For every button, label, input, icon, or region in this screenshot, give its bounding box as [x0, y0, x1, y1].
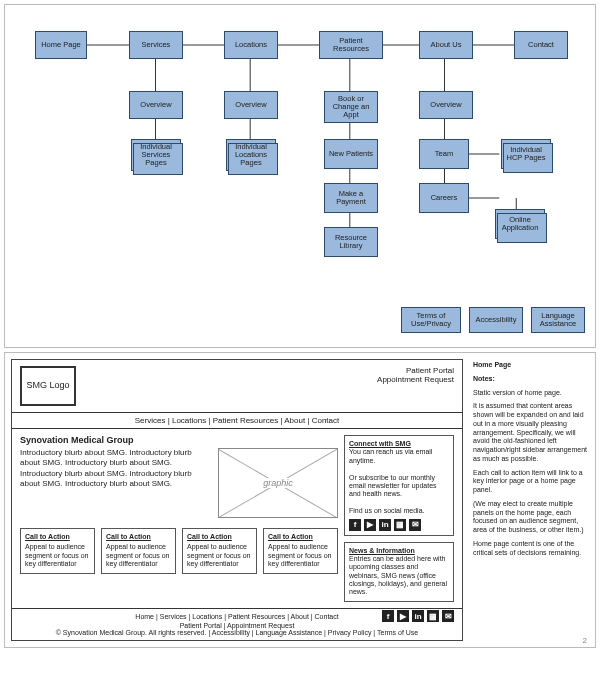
- footer-twitter-icon[interactable]: ▶: [397, 610, 409, 622]
- facebook-icon[interactable]: f: [349, 519, 361, 531]
- nav-services[interactable]: Services: [135, 416, 166, 425]
- footer-line3: © Synovation Medical Group. All rights r…: [20, 629, 454, 636]
- nav-locations[interactable]: Locations: [168, 416, 207, 425]
- node-careers[interactable]: Careers: [419, 183, 469, 213]
- footer-line2: Patient Portal | Appointment Request: [20, 622, 454, 629]
- node-accessibility[interactable]: Accessibility: [469, 307, 523, 333]
- linkedin-icon[interactable]: in: [379, 519, 391, 531]
- news-panel: News & Information Entries can be added …: [344, 542, 454, 602]
- footer-linkedin-icon[interactable]: in: [412, 610, 424, 622]
- sitemap-diagram: Home Page Services Locations Patient Res…: [11, 11, 589, 341]
- node-book-appt[interactable]: Book or Change an Appt: [324, 91, 378, 123]
- cta-3[interactable]: Call to ActionAppeal to audience segment…: [182, 528, 257, 574]
- node-services[interactable]: Services: [129, 31, 183, 59]
- utility-links: Patient Portal Appointment Request: [377, 366, 454, 384]
- node-make-payment[interactable]: Make a Payment: [324, 183, 378, 213]
- node-about[interactable]: About Us: [419, 31, 473, 59]
- node-locations[interactable]: Locations: [224, 31, 278, 59]
- smg-logo[interactable]: SMG Logo: [20, 366, 76, 406]
- appointment-request-link[interactable]: Appointment Request: [377, 375, 454, 384]
- node-new-patients[interactable]: New Patients: [324, 139, 378, 169]
- node-home[interactable]: Home Page: [35, 31, 87, 59]
- nav-about[interactable]: About: [280, 416, 305, 425]
- youtube-icon[interactable]: ▦: [394, 519, 406, 531]
- intro-copy: Introductory blurb about SMG. Introducto…: [20, 448, 210, 518]
- nav-patient-resources[interactable]: Patient Resources: [208, 416, 278, 425]
- node-individual-services-pages[interactable]: Individual Services Pages: [131, 139, 181, 171]
- node-language-assistance[interactable]: Language Assistance: [531, 307, 585, 333]
- twitter-icon[interactable]: ▶: [364, 519, 376, 531]
- wireframe-page: SMG Logo Patient Portal Appointment Requ…: [11, 359, 463, 641]
- primary-nav: Services Locations Patient Resources Abo…: [12, 412, 462, 429]
- node-terms-privacy[interactable]: Terms of Use/Privacy: [401, 307, 461, 333]
- footer-email-icon[interactable]: ✉: [442, 610, 454, 622]
- footer-nav: Home Services Locations Patient Resource…: [135, 613, 338, 620]
- page-title: Synovation Medical Group: [20, 435, 338, 445]
- node-contact[interactable]: Contact: [514, 31, 568, 59]
- node-individual-locations-pages[interactable]: Individual Locations Pages: [226, 139, 276, 171]
- node-team[interactable]: Team: [419, 139, 469, 169]
- cta-4[interactable]: Call to ActionAppeal to audience segment…: [263, 528, 338, 574]
- node-online-application[interactable]: Online Application: [495, 209, 545, 239]
- cta-1[interactable]: Call to ActionAppeal to audience segment…: [20, 528, 95, 574]
- nav-contact[interactable]: Contact: [307, 416, 339, 425]
- node-about-overview[interactable]: Overview: [419, 91, 473, 119]
- footer-facebook-icon[interactable]: f: [382, 610, 394, 622]
- cta-2[interactable]: Call to ActionAppeal to audience segment…: [101, 528, 176, 574]
- node-patient-resources[interactable]: Patient Resources: [319, 31, 383, 59]
- email-icon[interactable]: ✉: [409, 519, 421, 531]
- annotations-panel: Home Page Notes: Static version of home …: [469, 359, 589, 641]
- patient-portal-link[interactable]: Patient Portal: [377, 366, 454, 375]
- footer-youtube-icon[interactable]: ▦: [427, 610, 439, 622]
- node-services-overview[interactable]: Overview: [129, 91, 183, 119]
- connect-panel: Connect with SMG You can reach us via em…: [344, 435, 454, 536]
- node-locations-overview[interactable]: Overview: [224, 91, 278, 119]
- node-individual-hcp-pages[interactable]: Individual HCP Pages: [501, 139, 551, 169]
- node-resource-library[interactable]: Resource Library: [324, 227, 378, 257]
- hero-graphic-placeholder: graphic: [218, 448, 338, 518]
- page-number: 2: [583, 636, 587, 645]
